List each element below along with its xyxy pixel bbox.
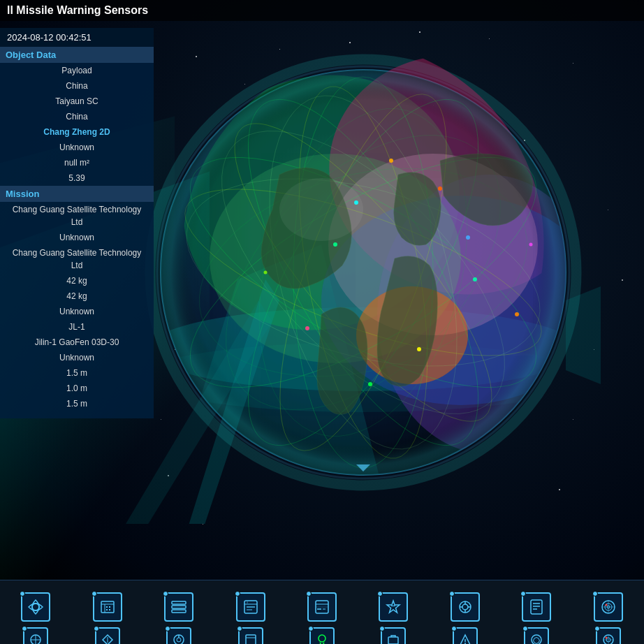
toolbar2-icon-3: [166, 627, 191, 644]
constellation-label: JL-1: [0, 319, 154, 335]
toolbar2-item-8[interactable]: [506, 627, 567, 644]
launch-country-label: China: [0, 109, 154, 124]
propellant-label: Unknown: [0, 304, 154, 319]
svg-rect-95: [388, 637, 398, 644]
svg-rect-53: [106, 609, 108, 610]
svg-rect-51: [106, 606, 108, 608]
svg-point-94: [319, 635, 325, 642]
sensor-timeline-icon: ≡: [236, 592, 265, 622]
svg-rect-57: [172, 610, 186, 613]
toolbar2-icon-2: [95, 627, 120, 644]
globe-visualization: [126, 35, 601, 524]
sidebar: 2024-08-12 00:42:51 Object Data Payload …: [0, 28, 154, 418]
toolbar2-icon-5: [309, 627, 335, 644]
payload-label: Payload: [0, 63, 154, 78]
svg-rect-61: [247, 606, 255, 608]
svg-rect-68: [391, 606, 395, 606]
title-bar: ll Missile Warning Sensors: [0, 0, 644, 21]
launch-mass-label: 42 kg: [0, 273, 154, 288]
svg-rect-54: [109, 609, 110, 610]
toolbar2-icon-7: [453, 627, 478, 644]
toolbar2-icon-4: [238, 627, 263, 644]
svg-rect-75: [531, 600, 542, 614]
launch-site-label: Taiyaun SC: [0, 94, 154, 109]
svg-point-42: [161, 70, 566, 475]
manufacturer-label: Chang Guang Satellite Technology Ltd: [0, 245, 154, 273]
mission-type-label: Unknown: [0, 230, 154, 245]
toolbar2-item-5[interactable]: [291, 627, 353, 644]
toolbar2-item-2[interactable]: [77, 627, 138, 644]
toolbar2-item-4[interactable]: [220, 627, 281, 644]
datetime-display: 2024-08-12 00:42:51: [0, 28, 154, 47]
satellite-timeline-icon: [307, 592, 337, 622]
svg-rect-67: [323, 608, 325, 610]
svg-point-98: [532, 635, 541, 644]
svg-point-70: [462, 604, 468, 610]
svg-rect-56: [172, 606, 186, 608]
toolbar2-item-6[interactable]: [363, 627, 424, 644]
svg-point-103: [605, 637, 607, 639]
overlay-icon: [451, 592, 480, 622]
toolbar2-item-9[interactable]: [578, 627, 639, 644]
size-label: null m²: [0, 155, 154, 170]
object-data-header: Object Data: [0, 47, 154, 63]
mission-header: Mission: [0, 186, 154, 202]
svg-rect-52: [109, 606, 110, 608]
sat-name-label: Jilin-1 GaoFen 03D-30: [0, 335, 154, 350]
toolbar2-icon-1: [23, 627, 48, 644]
dry-mass-label: 42 kg: [0, 288, 154, 304]
svg-point-90: [177, 638, 181, 642]
custom-sensor-icon: [21, 592, 50, 622]
svg-rect-55: [172, 601, 186, 604]
resolution-label: Unknown: [0, 350, 154, 365]
svg-rect-62: [247, 609, 252, 610]
rcs-label: Unknown: [0, 140, 154, 155]
multi-site-icon: [164, 592, 193, 622]
rocket-label: Chang Zheng 2D: [0, 124, 154, 140]
toolbar2: [0, 624, 644, 644]
svg-marker-46: [566, 286, 601, 384]
svg-rect-92: [246, 635, 256, 644]
toolbar2-icon-9: [596, 627, 621, 644]
res3-label: 1.5 m: [0, 396, 154, 411]
reports-icon: [522, 592, 551, 622]
country-label: China: [0, 78, 154, 94]
toolbar2-item-1[interactable]: [5, 627, 66, 644]
app-title: ll Missile Warning Sensors: [7, 4, 148, 16]
svg-rect-66: [317, 608, 321, 610]
svg-point-47: [32, 603, 39, 610]
svg-point-84: [605, 603, 607, 606]
toolbar2-icon-6: [381, 627, 406, 644]
toolbar2-icon-8: [524, 627, 549, 644]
res1-label: 1.5 m: [0, 365, 154, 381]
magnitude-label: 5.39: [0, 170, 154, 186]
toolbar2-item-3[interactable]: [148, 627, 210, 644]
res2-label: 1.0 m: [0, 381, 154, 396]
toolbar2-item-7[interactable]: [434, 627, 496, 644]
operator-label: Chang Guang Satellite Technology Ltd: [0, 202, 154, 230]
watchlist-icon: [379, 592, 408, 622]
look-angles-icon: [93, 592, 122, 622]
polar-plot-icon: [594, 592, 623, 622]
